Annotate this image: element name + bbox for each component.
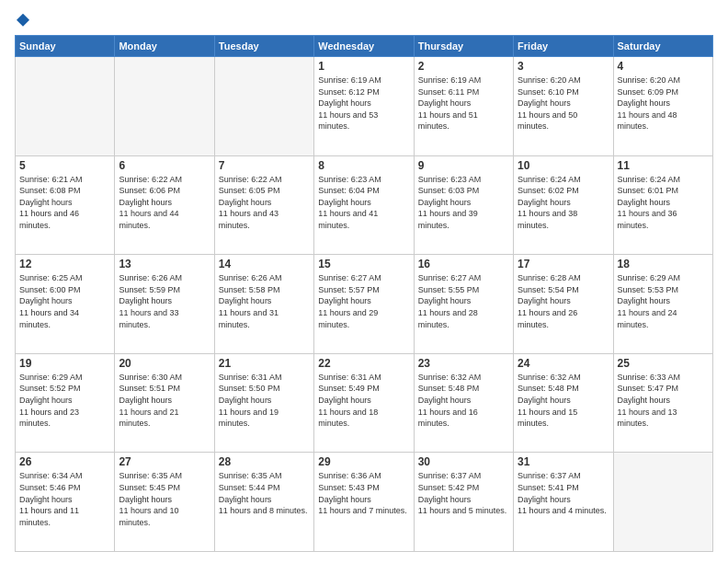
day-info: Sunrise: 6:24 AMSunset: 6:01 PMDaylight … xyxy=(618,174,709,232)
day-number: 19 xyxy=(19,357,110,370)
calendar-day-cell: 19Sunrise: 6:29 AMSunset: 5:52 PMDayligh… xyxy=(16,353,115,453)
calendar-day-cell: 12Sunrise: 6:25 AMSunset: 6:00 PMDayligh… xyxy=(16,255,115,354)
day-number: 26 xyxy=(19,455,110,468)
day-number: 2 xyxy=(418,60,509,73)
day-info: Sunrise: 6:32 AMSunset: 5:48 PMDaylight … xyxy=(518,372,609,430)
calendar-day-header: Friday xyxy=(514,36,613,57)
day-info: Sunrise: 6:27 AMSunset: 5:57 PMDaylight … xyxy=(318,272,409,330)
day-number: 11 xyxy=(618,159,709,172)
day-info: Sunrise: 6:37 AMSunset: 5:41 PMDaylight … xyxy=(518,470,609,516)
calendar-week-row: 19Sunrise: 6:29 AMSunset: 5:52 PMDayligh… xyxy=(16,353,713,453)
day-info: Sunrise: 6:29 AMSunset: 5:52 PMDaylight … xyxy=(19,372,110,430)
logo xyxy=(15,11,29,28)
day-info: Sunrise: 6:23 AMSunset: 6:04 PMDaylight … xyxy=(318,174,409,232)
calendar-day-header: Monday xyxy=(115,36,214,57)
day-number: 21 xyxy=(219,357,310,370)
day-number: 28 xyxy=(219,455,310,468)
calendar-week-row: 5Sunrise: 6:21 AMSunset: 6:08 PMDaylight… xyxy=(16,155,713,255)
day-number: 24 xyxy=(518,357,609,370)
calendar-day-cell: 25Sunrise: 6:33 AMSunset: 5:47 PMDayligh… xyxy=(613,353,712,453)
day-number: 17 xyxy=(518,258,609,270)
calendar-day-cell: 1Sunrise: 6:19 AMSunset: 6:12 PMDaylight… xyxy=(314,57,414,156)
calendar-day-cell: 4Sunrise: 6:20 AMSunset: 6:09 PMDaylight… xyxy=(613,57,712,156)
calendar-table: SundayMondayTuesdayWednesdayThursdayFrid… xyxy=(15,35,713,552)
day-number: 1 xyxy=(318,60,409,73)
day-info: Sunrise: 6:22 AMSunset: 6:06 PMDaylight … xyxy=(119,174,210,232)
day-info: Sunrise: 6:23 AMSunset: 6:03 PMDaylight … xyxy=(418,174,509,232)
day-info: Sunrise: 6:26 AMSunset: 5:58 PMDaylight … xyxy=(219,272,310,330)
day-info: Sunrise: 6:31 AMSunset: 5:49 PMDaylight … xyxy=(318,372,409,430)
calendar-day-cell: 22Sunrise: 6:31 AMSunset: 5:49 PMDayligh… xyxy=(314,353,414,453)
calendar-day-cell: 26Sunrise: 6:34 AMSunset: 5:46 PMDayligh… xyxy=(16,453,115,552)
calendar-day-cell: 14Sunrise: 6:26 AMSunset: 5:58 PMDayligh… xyxy=(214,255,313,354)
day-number: 25 xyxy=(618,357,709,370)
calendar-day-header: Tuesday xyxy=(214,36,313,57)
day-number: 6 xyxy=(119,159,210,172)
day-info: Sunrise: 6:35 AMSunset: 5:45 PMDaylight … xyxy=(119,470,210,528)
calendar-day-cell: 6Sunrise: 6:22 AMSunset: 6:06 PMDaylight… xyxy=(115,155,214,255)
calendar-day-cell: 24Sunrise: 6:32 AMSunset: 5:48 PMDayligh… xyxy=(514,353,613,453)
page: SundayMondayTuesdayWednesdayThursdayFrid… xyxy=(0,0,728,563)
calendar-day-cell: 3Sunrise: 6:20 AMSunset: 6:10 PMDaylight… xyxy=(514,57,613,156)
calendar-day-header: Thursday xyxy=(414,36,513,57)
day-info: Sunrise: 6:20 AMSunset: 6:10 PMDaylight … xyxy=(518,75,609,132)
day-number: 15 xyxy=(318,258,409,270)
day-info: Sunrise: 6:21 AMSunset: 6:08 PMDaylight … xyxy=(19,174,110,232)
day-info: Sunrise: 6:19 AMSunset: 6:11 PMDaylight … xyxy=(418,75,509,132)
calendar-day-cell: 21Sunrise: 6:31 AMSunset: 5:50 PMDayligh… xyxy=(214,353,313,453)
day-number: 7 xyxy=(219,159,310,172)
day-info: Sunrise: 6:25 AMSunset: 6:00 PMDaylight … xyxy=(19,272,110,330)
day-info: Sunrise: 6:27 AMSunset: 5:55 PMDaylight … xyxy=(418,272,509,330)
day-number: 8 xyxy=(318,159,409,172)
calendar-day-cell: 30Sunrise: 6:37 AMSunset: 5:42 PMDayligh… xyxy=(414,453,513,552)
day-number: 10 xyxy=(518,159,609,172)
day-number: 27 xyxy=(119,455,210,468)
day-info: Sunrise: 6:36 AMSunset: 5:43 PMDaylight … xyxy=(318,470,409,516)
day-number: 14 xyxy=(219,258,310,270)
calendar-day-cell: 28Sunrise: 6:35 AMSunset: 5:44 PMDayligh… xyxy=(214,453,313,552)
calendar-day-cell: 31Sunrise: 6:37 AMSunset: 5:41 PMDayligh… xyxy=(514,453,613,552)
calendar-day-cell: 8Sunrise: 6:23 AMSunset: 6:04 PMDaylight… xyxy=(314,155,414,255)
day-number: 12 xyxy=(19,258,110,270)
day-number: 22 xyxy=(318,357,409,370)
day-info: Sunrise: 6:33 AMSunset: 5:47 PMDaylight … xyxy=(618,372,709,430)
calendar-week-row: 26Sunrise: 6:34 AMSunset: 5:46 PMDayligh… xyxy=(16,453,713,552)
day-number: 18 xyxy=(618,258,709,270)
calendar-day-cell: 2Sunrise: 6:19 AMSunset: 6:11 PMDaylight… xyxy=(414,57,513,156)
day-number: 30 xyxy=(418,455,509,468)
day-info: Sunrise: 6:29 AMSunset: 5:53 PMDaylight … xyxy=(618,272,709,330)
day-info: Sunrise: 6:24 AMSunset: 6:02 PMDaylight … xyxy=(518,174,609,232)
day-info: Sunrise: 6:30 AMSunset: 5:51 PMDaylight … xyxy=(119,372,210,430)
calendar-day-header: Wednesday xyxy=(314,36,414,57)
day-number: 3 xyxy=(518,60,609,73)
calendar-day-header: Sunday xyxy=(16,36,115,57)
day-info: Sunrise: 6:28 AMSunset: 5:54 PMDaylight … xyxy=(518,272,609,330)
day-info: Sunrise: 6:32 AMSunset: 5:48 PMDaylight … xyxy=(418,372,509,430)
day-number: 13 xyxy=(119,258,210,270)
logo-diamond-icon xyxy=(17,14,29,27)
day-number: 31 xyxy=(518,455,609,468)
calendar-day-cell: 23Sunrise: 6:32 AMSunset: 5:48 PMDayligh… xyxy=(414,353,513,453)
calendar-day-cell xyxy=(16,57,115,156)
day-info: Sunrise: 6:37 AMSunset: 5:42 PMDaylight … xyxy=(418,470,509,516)
calendar-day-cell: 15Sunrise: 6:27 AMSunset: 5:57 PMDayligh… xyxy=(314,255,414,354)
calendar-day-cell: 16Sunrise: 6:27 AMSunset: 5:55 PMDayligh… xyxy=(414,255,513,354)
day-info: Sunrise: 6:31 AMSunset: 5:50 PMDaylight … xyxy=(219,372,310,430)
day-number: 23 xyxy=(418,357,509,370)
day-info: Sunrise: 6:35 AMSunset: 5:44 PMDaylight … xyxy=(219,470,310,516)
calendar-day-cell: 20Sunrise: 6:30 AMSunset: 5:51 PMDayligh… xyxy=(115,353,214,453)
calendar-week-row: 1Sunrise: 6:19 AMSunset: 6:12 PMDaylight… xyxy=(16,57,713,156)
calendar-day-cell: 5Sunrise: 6:21 AMSunset: 6:08 PMDaylight… xyxy=(16,155,115,255)
calendar-day-cell: 11Sunrise: 6:24 AMSunset: 6:01 PMDayligh… xyxy=(613,155,712,255)
header xyxy=(15,11,713,28)
calendar-day-cell xyxy=(214,57,313,156)
calendar-day-header: Saturday xyxy=(613,36,712,57)
calendar-day-cell: 18Sunrise: 6:29 AMSunset: 5:53 PMDayligh… xyxy=(613,255,712,354)
day-number: 4 xyxy=(618,60,709,73)
day-number: 16 xyxy=(418,258,509,270)
calendar-week-row: 12Sunrise: 6:25 AMSunset: 6:00 PMDayligh… xyxy=(16,255,713,354)
calendar-day-cell: 29Sunrise: 6:36 AMSunset: 5:43 PMDayligh… xyxy=(314,453,414,552)
calendar-day-cell: 10Sunrise: 6:24 AMSunset: 6:02 PMDayligh… xyxy=(514,155,613,255)
calendar-day-cell: 17Sunrise: 6:28 AMSunset: 5:54 PMDayligh… xyxy=(514,255,613,354)
calendar-day-cell xyxy=(115,57,214,156)
